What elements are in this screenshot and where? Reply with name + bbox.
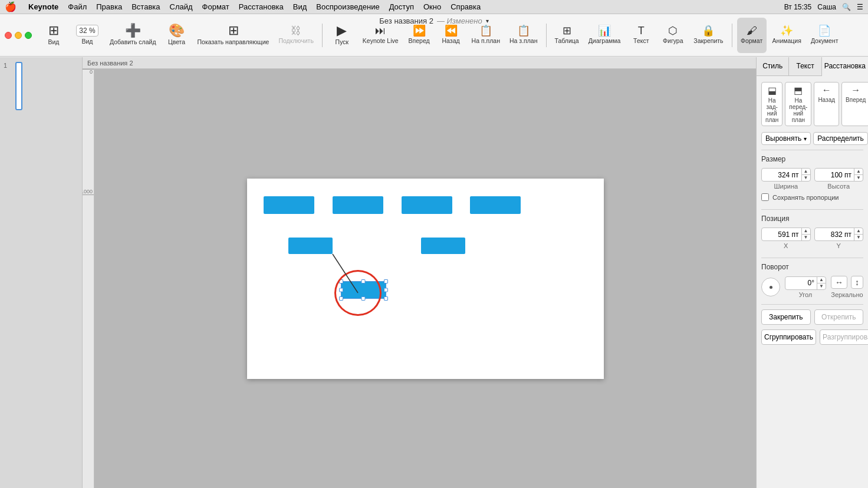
x-stepper-down[interactable]: ▼ bbox=[802, 235, 810, 240]
handle-tl[interactable] bbox=[339, 279, 343, 283]
shape-rect-6[interactable] bbox=[421, 238, 465, 254]
flip-v-button[interactable]: ↕ bbox=[851, 276, 863, 289]
title-dropdown-icon[interactable]: ▾ bbox=[486, 18, 489, 24]
distribute-button[interactable]: Распределить bbox=[813, 132, 868, 145]
connect-button[interactable]: ⛓ Подключить bbox=[275, 18, 317, 53]
view-button[interactable]: ⊞ Вид bbox=[39, 18, 68, 53]
animate-button[interactable]: ✨ Анимация bbox=[769, 18, 805, 53]
shape-rect-1[interactable] bbox=[264, 196, 314, 214]
slide-thumbnail-1[interactable] bbox=[15, 62, 22, 110]
document-icon: 📄 bbox=[818, 25, 831, 36]
menubar-play[interactable]: Воспроизведение bbox=[311, 2, 384, 11]
zoom-value[interactable]: 32 % bbox=[76, 25, 98, 37]
width-input[interactable] bbox=[762, 169, 801, 181]
height-sub-label: Высота bbox=[814, 183, 864, 190]
position-label-row: Позиция bbox=[761, 215, 863, 223]
separator-3 bbox=[732, 24, 732, 47]
height-stepper-up[interactable]: ▲ bbox=[854, 169, 863, 175]
tab-text[interactable]: Текст bbox=[789, 57, 821, 75]
document-button[interactable]: 📄 Документ bbox=[807, 18, 842, 53]
flip-h-button[interactable]: ↔ bbox=[831, 276, 847, 289]
rotation-dial[interactable] bbox=[761, 278, 780, 296]
menubar-format[interactable]: Формат bbox=[198, 2, 234, 11]
chart-button[interactable]: 📊 Диаграмма bbox=[585, 18, 624, 53]
menubar-help[interactable]: Справка bbox=[446, 2, 485, 11]
play-button[interactable]: ▶ Пуск bbox=[327, 18, 357, 53]
shape-rect-4[interactable] bbox=[470, 196, 521, 214]
ungroup-button[interactable]: Разгруппировать bbox=[820, 329, 868, 345]
x-input[interactable] bbox=[762, 229, 801, 240]
send-to-back-button[interactable]: ⬓ На зад-ний план bbox=[761, 82, 782, 126]
move-forward-label: Вперед bbox=[846, 97, 866, 103]
x-stepper-up[interactable]: ▲ bbox=[802, 228, 810, 235]
canvas-area[interactable] bbox=[94, 69, 756, 488]
slide-layout2-button[interactable]: 📋 На з.план bbox=[506, 18, 541, 53]
shape-rect-7-selected[interactable] bbox=[341, 282, 386, 298]
shape-button[interactable]: ⬡ Фигура bbox=[658, 18, 688, 53]
add-slide-button[interactable]: ➕ Добавить слайд bbox=[106, 18, 160, 53]
unlock-action-button[interactable]: Открепить bbox=[814, 309, 864, 325]
bring-to-front-button[interactable]: ⬒ На перед-ний план bbox=[785, 82, 811, 126]
keep-ratio-row: Сохранять пропорции bbox=[761, 193, 863, 201]
keep-ratio-checkbox[interactable] bbox=[761, 193, 769, 201]
handle-mr[interactable] bbox=[384, 288, 388, 292]
menubar-insert[interactable]: Вставка bbox=[127, 2, 165, 11]
colors-button[interactable]: 🎨 Цвета bbox=[162, 18, 192, 53]
width-stepper-up[interactable]: ▲ bbox=[802, 169, 810, 175]
shape-rect-5[interactable] bbox=[288, 238, 333, 254]
menubar-file[interactable]: Файл bbox=[63, 2, 91, 11]
menubar-edit[interactable]: Правка bbox=[91, 2, 127, 11]
menubar-search-icon[interactable]: 🔍 bbox=[842, 3, 851, 11]
y-input[interactable] bbox=[815, 229, 854, 240]
height-input-wrap: ▲ ▼ bbox=[814, 168, 864, 182]
minimize-button[interactable] bbox=[15, 32, 22, 39]
align-label: Выровнять bbox=[765, 134, 801, 143]
handle-tr[interactable] bbox=[384, 279, 388, 283]
format-button[interactable]: 🖌 Формат bbox=[737, 18, 767, 53]
apple-menu[interactable]: 🍎 bbox=[5, 1, 17, 12]
menubar-access[interactable]: Доступ bbox=[384, 2, 419, 11]
width-stepper-down[interactable]: ▼ bbox=[802, 175, 810, 181]
handle-bc[interactable] bbox=[361, 296, 366, 301]
send-to-back-label: На зад-ний план bbox=[765, 97, 778, 123]
menubar-keynote[interactable]: Keynote bbox=[24, 2, 63, 11]
divider-4 bbox=[761, 304, 863, 305]
menubar-window[interactable]: Окно bbox=[419, 2, 446, 11]
menubar-slide[interactable]: Слайд bbox=[165, 2, 198, 11]
zoom-button[interactable]: 32 % Вид bbox=[71, 18, 104, 53]
format-icon: 🖌 bbox=[747, 25, 757, 36]
y-stepper-up[interactable]: ▲ bbox=[854, 228, 863, 235]
lock-button[interactable]: 🔒 Закрепить bbox=[690, 18, 726, 53]
menubar-controls-icon[interactable]: ☰ bbox=[857, 3, 863, 11]
angle-sub-label: Угол bbox=[785, 291, 826, 298]
lock-action-button[interactable]: Закрепить bbox=[761, 309, 811, 325]
text-button[interactable]: T Текст bbox=[626, 18, 656, 53]
angle-stepper-down[interactable]: ▼ bbox=[817, 283, 826, 289]
handle-bl[interactable] bbox=[339, 296, 343, 301]
table-button[interactable]: ⊞ Таблица bbox=[551, 18, 583, 53]
guides-button[interactable]: ⊞ Показать направляющие bbox=[194, 18, 273, 53]
y-stepper-down[interactable]: ▼ bbox=[854, 235, 863, 240]
handle-tc[interactable] bbox=[361, 279, 366, 283]
align-dropdown[interactable]: Выровнять ▾ bbox=[761, 132, 811, 145]
group-button[interactable]: Сгруппировать bbox=[761, 329, 816, 345]
shape-rect-3[interactable] bbox=[402, 196, 452, 214]
height-stepper-down[interactable]: ▼ bbox=[854, 175, 863, 181]
menubar-arrange[interactable]: Расстановка bbox=[234, 2, 288, 11]
maximize-button[interactable] bbox=[25, 32, 32, 39]
tab-arrangement[interactable]: Расстановка bbox=[822, 57, 868, 76]
move-back-button[interactable]: ← Назад bbox=[814, 82, 839, 126]
angle-field: ▲ ▼ Угол bbox=[785, 276, 826, 298]
angle-stepper-up[interactable]: ▲ bbox=[817, 277, 826, 283]
handle-br[interactable] bbox=[384, 296, 388, 301]
close-button[interactable] bbox=[5, 32, 12, 39]
angle-input[interactable] bbox=[785, 277, 817, 289]
view-icon: ⊞ bbox=[48, 24, 59, 37]
move-forward-button[interactable]: → Вперед bbox=[841, 82, 868, 126]
tab-style[interactable]: Стиль bbox=[757, 57, 789, 75]
menubar-view[interactable]: Вид bbox=[288, 2, 312, 11]
handle-ml[interactable] bbox=[339, 288, 343, 292]
slide-canvas[interactable] bbox=[247, 179, 604, 379]
shape-rect-2[interactable] bbox=[333, 196, 383, 214]
height-input[interactable] bbox=[815, 169, 854, 181]
